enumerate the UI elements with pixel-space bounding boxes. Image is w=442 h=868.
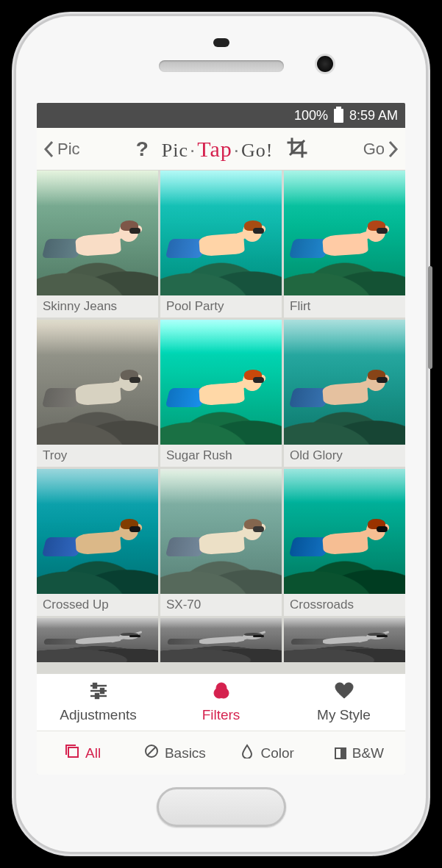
stack-icon	[65, 744, 79, 762]
clock: 8:59 AM	[349, 108, 398, 123]
back-button[interactable]: Pic	[43, 140, 80, 159]
filter-tile[interactable]: Troy	[37, 320, 158, 467]
filter-tile[interactable]: Crossroads	[284, 469, 405, 616]
tab-label: My Style	[317, 707, 371, 723]
filter-tile[interactable]: Skinny Jeans	[37, 171, 158, 318]
phone-earpiece	[159, 60, 284, 72]
battery-icon	[334, 109, 343, 123]
filter-label: Flirt	[284, 295, 405, 318]
tab-label: Filters	[202, 707, 240, 723]
droplet-icon	[240, 744, 254, 762]
forward-label: Go	[363, 140, 385, 159]
filter-tile[interactable]: Old Glory	[284, 320, 405, 467]
battery-percent: 100%	[294, 108, 328, 123]
svg-rect-4	[93, 684, 96, 688]
app-screen: 100% 8:59 AM Pic ? Pic·Tap·Go!	[37, 103, 405, 775]
filter-tile-partial[interactable]	[284, 618, 405, 662]
filter-tile[interactable]: Sugar Rush	[160, 320, 282, 467]
forward-button[interactable]: Go	[363, 140, 399, 159]
svg-rect-5	[101, 689, 104, 693]
help-button[interactable]: ?	[136, 137, 149, 161]
filters-icon	[211, 681, 232, 704]
heart-icon	[334, 681, 354, 704]
filter-label: SX-70	[160, 594, 282, 616]
filter-label: Crossroads	[284, 594, 405, 616]
filter-label: Troy	[37, 445, 158, 467]
phone-frame: 100% 8:59 AM Pic ? Pic·Tap·Go!	[16, 16, 426, 852]
svg-rect-6	[96, 694, 99, 698]
phone-side-button	[428, 266, 432, 369]
svg-line-12	[147, 747, 156, 756]
filter-tile[interactable]: Crossed Up	[37, 469, 158, 616]
chevron-right-icon	[386, 140, 399, 159]
primary-tab-bar: AdjustmentsFiltersMy Style	[37, 673, 405, 731]
back-label: Pic	[57, 140, 80, 159]
svg-rect-10	[68, 747, 78, 757]
tab-my-style[interactable]: My Style	[282, 674, 405, 731]
filter-tile-partial[interactable]	[160, 618, 282, 662]
tab-label: Adjustments	[60, 707, 137, 723]
svg-point-9	[216, 683, 227, 693]
subtab-basics[interactable]: Basics	[129, 744, 221, 762]
filter-tile[interactable]: Pool Party	[160, 171, 282, 318]
subtab-b-w[interactable]: B&W	[313, 745, 405, 761]
filter-label: Pool Party	[160, 295, 282, 318]
app-logo: Pic·Tap·Go!	[162, 137, 274, 162]
subtab-label: Basics	[165, 745, 206, 761]
filter-label: Skinny Jeans	[37, 295, 158, 318]
android-status-bar: 100% 8:59 AM	[37, 103, 405, 128]
app-top-bar: Pic ? Pic·Tap·Go! Go	[37, 128, 405, 171]
top-center-tools: ? Pic·Tap·Go!	[136, 137, 307, 162]
phone-front-camera	[317, 56, 333, 72]
subtab-label: B&W	[352, 745, 384, 761]
filter-label: Sugar Rush	[160, 445, 282, 467]
sliders-icon	[88, 681, 109, 704]
halfbox-icon	[335, 747, 346, 759]
subtab-color[interactable]: Color	[221, 744, 313, 762]
filter-label: Crossed Up	[37, 594, 158, 616]
filter-tile[interactable]: SX-70	[160, 469, 282, 616]
secondary-tab-bar: AllBasicsColorB&W	[37, 731, 405, 775]
subtab-label: All	[85, 745, 101, 761]
filter-label: Old Glory	[284, 445, 405, 467]
ban-icon	[144, 744, 159, 762]
subtab-all[interactable]: All	[37, 744, 129, 762]
phone-sensor	[213, 38, 229, 47]
chevron-left-icon	[43, 140, 56, 159]
tab-adjustments[interactable]: Adjustments	[37, 674, 160, 731]
crop-icon	[287, 137, 307, 158]
tab-filters[interactable]: Filters	[160, 674, 282, 731]
filter-tile[interactable]: Flirt	[284, 171, 405, 318]
filters-grid[interactable]: Skinny JeansPool PartyFlirtTroySugar Rus…	[37, 171, 405, 673]
crop-button[interactable]	[287, 137, 307, 161]
filter-tile-partial[interactable]	[37, 618, 158, 662]
phone-home-button[interactable]	[157, 787, 286, 827]
subtab-label: Color	[260, 745, 293, 761]
